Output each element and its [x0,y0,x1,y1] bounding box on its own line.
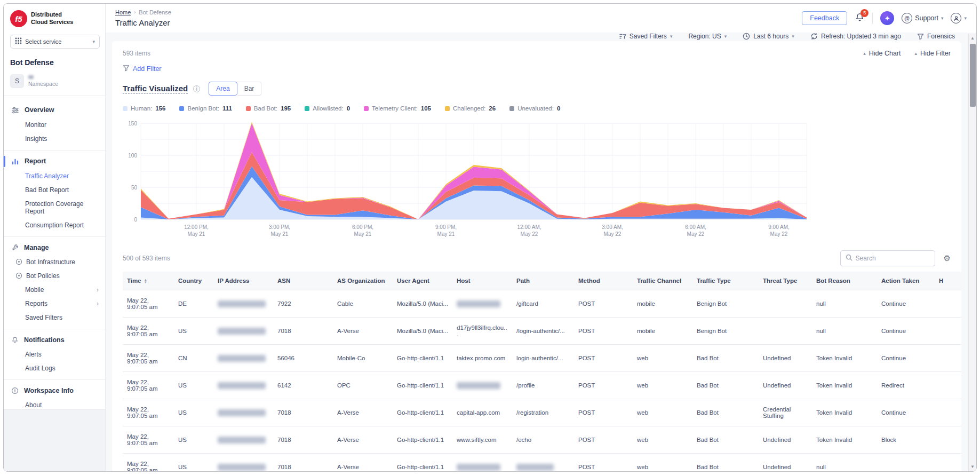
table-cell: US [174,318,213,345]
column-header-traffic-type[interactable]: Traffic Type [692,272,759,290]
time-range-dropdown[interactable]: Last 6 hours ▾ [743,33,794,40]
chart-view-toggle: Area Bar [209,82,261,96]
breadcrumb-home[interactable]: Home [115,9,131,15]
column-header-label: Action Taken [881,278,919,284]
table-row[interactable]: May 22, 9:07:05 amUS7018A-VerseGo-http-c… [123,399,961,426]
legend-item-challenged[interactable]: Challenged:26 [445,105,496,112]
support-menu[interactable]: @ Support ▾ [902,13,943,23]
table-cell: capital-app.com [452,399,512,426]
legend-item-telemetry-client[interactable]: Telemetry Client:105 [364,105,431,112]
table-row[interactable]: May 22, 9:07:05 amUS7018A-VerseMozilla/5… [123,318,961,345]
sidebar-section-header-report[interactable]: Report [4,154,105,169]
sort-icon[interactable]: ▲▼ [144,279,147,284]
view-area-button[interactable]: Area [209,82,237,96]
table-cell: Benign Bot [692,318,759,345]
table-cell: Continue [877,318,935,345]
table-cell: POST [574,290,633,318]
sidebar-item-audit-logs[interactable]: Audit Logs [4,361,105,375]
column-header-user-agent[interactable]: User Agent [393,272,452,290]
redacted-value [457,464,500,471]
column-header-threat-type[interactable]: Threat Type [759,272,812,290]
table-row[interactable]: May 22, 9:07:05 amDE7922CableMozilla/5.0… [123,290,961,318]
vertical-scrollbar[interactable]: ▲ ▼ [968,34,976,471]
column-header-method[interactable]: Method [574,272,633,290]
view-bar-button[interactable]: Bar [237,82,262,96]
sidebar-section-header-overview[interactable]: Overview [4,102,105,118]
sidebar-item-insights[interactable]: Insights [4,132,105,146]
table-row[interactable]: May 22, 9:07:05 amUS6142OPCGo-http-clien… [123,372,961,399]
sidebar-item-protection-coverage-report[interactable]: Protection Coverage Report [4,197,105,218]
hide-filter-button[interactable]: ▴ Hide Filter [915,50,951,57]
sidebar-item-bad-bot-report[interactable]: Bad Bot Report [4,183,105,197]
column-header-path[interactable]: Path [512,272,574,290]
svg-text:May 21: May 21 [271,231,289,237]
add-filter-button[interactable]: Add Filter [123,65,951,73]
sidebar-item-bot-policies[interactable]: Bot Policies [4,269,105,283]
redacted-value [457,300,500,307]
select-service-dropdown[interactable]: Select service ▾ [10,35,100,49]
content-area: 593 items ▴ Hide Chart ▴ Hide Filter [106,40,976,471]
column-header-h[interactable]: H [935,272,961,290]
column-header-label: H [939,278,943,284]
column-header-ip-address[interactable]: IP Address [213,272,273,290]
column-header-time[interactable]: Time▲▼ [123,272,174,290]
sidebar-item-bot-infrastructure[interactable]: Bot Infrastructure [4,255,105,269]
scroll-up-arrow[interactable]: ▲ [970,34,975,43]
table-cell: May 22, 9:07:05 am [123,399,174,426]
table-row[interactable]: May 22, 9:07:05 amUS7018A-VerseGo-http-c… [123,454,961,471]
sidebar-item-mobile[interactable]: Mobile› [4,283,105,297]
hide-chart-button[interactable]: ▴ Hide Chart [863,50,901,57]
sidebar-section-header-manage[interactable]: Manage [4,240,105,255]
table-cell: /registration [512,399,574,426]
ai-assistant-button[interactable]: ✦ [880,11,894,25]
table-cell: Go-http-client/1.1 [393,345,452,372]
column-header-host[interactable]: Host [452,272,512,290]
namespace-label: Namespace [28,81,58,87]
table-cell: web [633,399,692,426]
scrollbar-thumb[interactable] [970,44,976,107]
column-header-country[interactable]: Country [174,272,213,290]
column-header-action-taken[interactable]: Action Taken [877,272,935,290]
legend-item-unevaluated[interactable]: Unevaluated:0 [509,105,560,112]
table-cell: Go-http-client/1.1 [393,454,452,471]
sidebar-item-monitor[interactable]: Monitor [4,118,105,132]
feedback-button[interactable]: Feedback [802,11,847,25]
top-header: Home › Bot Defense Traffic Analyzer Feed… [106,4,976,33]
info-icon[interactable]: i [193,85,200,92]
legend-item-allowlisted[interactable]: Allowlisted:0 [305,105,350,112]
forensics-button[interactable]: Forensics [917,33,955,40]
sidebar-item-label: Audit Logs [25,365,55,372]
sidebar-item-consumption-report[interactable]: Consumption Report [4,218,105,232]
gear-icon[interactable]: ⚙ [944,254,951,263]
table-cell: /echo [512,426,574,454]
sidebar-section-header-workspace-info[interactable]: Workspace Info [4,383,105,398]
column-header-as-organization[interactable]: AS Organization [333,272,393,290]
region-dropdown[interactable]: Region: US ▾ [688,33,727,40]
account-menu[interactable]: ▾ [951,13,967,23]
sidebar-item-saved-filters[interactable]: Saved Filters [4,311,105,324]
sidebar-item-reports[interactable]: Reports› [4,297,105,311]
sidebar-item-traffic-analyzer[interactable]: Traffic Analyzer [4,169,105,183]
column-header-bot-reason[interactable]: Bot Reason [812,272,877,290]
legend-swatch [364,106,369,111]
sidebar-item-about[interactable]: About [4,398,105,410]
table-cell: Benign Bot [692,290,759,318]
table-row[interactable]: May 22, 9:07:05 amCN56046Mobile-CoGo-htt… [123,345,961,372]
notifications-bell-button[interactable]: 5 [855,12,865,25]
brand: f5 Distributed Cloud Services [4,4,105,33]
namespace-selector[interactable]: S Namespace [4,72,105,96]
scroll-down-arrow[interactable]: ▼ [970,462,975,471]
refresh-button[interactable]: Refresh: Updated 3 min ago [810,33,901,40]
table-cell: null [812,454,877,471]
table-row[interactable]: May 22, 9:07:05 amUS7018A-VerseGo-http-c… [123,426,961,454]
column-header-asn[interactable]: ASN [273,272,333,290]
legend-item-benign-bot[interactable]: Benign Bot:111 [179,105,232,112]
saved-filters-dropdown[interactable]: Saved Filters ▾ [619,33,673,40]
search-input[interactable] [856,255,930,262]
sidebar-item-alerts[interactable]: Alerts [4,347,105,361]
sidebar-item-label: Insights [25,135,47,142]
legend-item-human[interactable]: Human:156 [123,105,165,112]
sidebar-section-header-notifications[interactable]: Notifications [4,332,105,347]
legend-item-bad-bot[interactable]: Bad Bot:195 [246,105,291,112]
column-header-traffic-channel[interactable]: Traffic Channel [633,272,692,290]
